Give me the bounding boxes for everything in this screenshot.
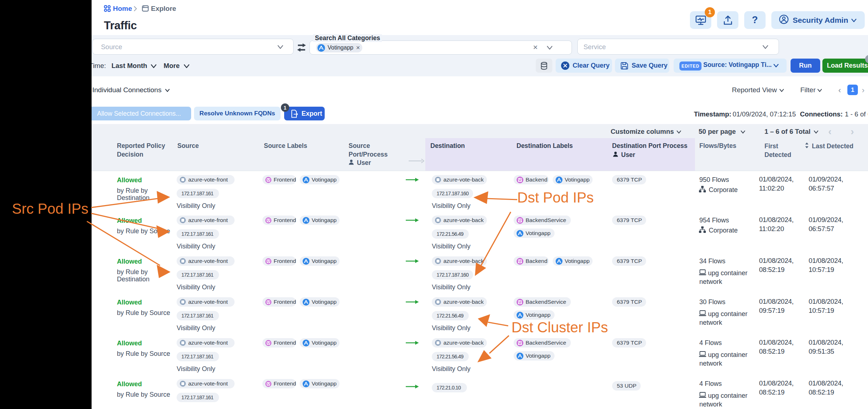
svg-text:Src Pod IPs: Src Pod IPs [12, 201, 88, 217]
svg-text:Dst Pod IPs: Dst Pod IPs [517, 189, 594, 205]
svg-text:Dst Cluster IPs: Dst Cluster IPs [511, 319, 608, 335]
